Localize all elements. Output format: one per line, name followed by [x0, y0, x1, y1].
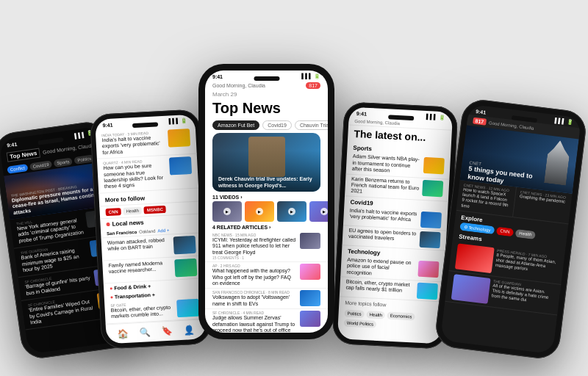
p4-covid-thumb-0: [420, 212, 442, 228]
p5-logo: 817: [473, 118, 487, 126]
p3-video-strip: ▶ ▶ ▶ ▶: [205, 201, 328, 222]
p3-video-3[interactable]: ▶: [309, 201, 328, 222]
p4-topic-politics[interactable]: Politics: [344, 309, 365, 317]
p2-local-thumb-0: [173, 236, 196, 255]
p3-hero-text: Derek Chauvin trial live updates: Early …: [212, 173, 320, 192]
p5-stream-thumb-1: [451, 274, 491, 304]
p4-topic-economics[interactable]: Economics: [387, 312, 415, 321]
p4-tech-thumb-0: [417, 260, 439, 277]
p4-sports-thumb-0: [423, 157, 445, 174]
phone-5: 9:41 ▌▌▌ 🔋 817 Good Morning, Claudia CNE…: [434, 98, 588, 361]
p3-article-1[interactable]: AP · 2 HRS AGO What happened with the au…: [205, 262, 328, 289]
p3-videos-label: 11 VIDEOS ›: [205, 192, 328, 201]
p4-covid-thumb-1: [420, 231, 441, 248]
p3-hero-person: [248, 137, 285, 177]
status-icons-3: ▌▌▌ 🔋: [301, 73, 320, 79]
p3-tab-covid[interactable]: Covid19: [262, 120, 292, 130]
p2-local-thumb-1: [174, 258, 197, 278]
p3-badge: 817: [306, 82, 320, 89]
p3-top-bar: Good Morning, Claudia 817: [205, 81, 328, 90]
p3-video-2[interactable]: ▶: [277, 201, 306, 222]
p3-art-thumb-0: [300, 233, 320, 249]
p3-vw-thumb: [300, 290, 320, 306]
p3-video-1[interactable]: ▶: [245, 201, 274, 222]
phone-3: 9:41 ▌▌▌ 🔋 Good Morning, Claudia 817 Mar…: [198, 64, 334, 339]
p2-home-icon[interactable]: 🏠: [118, 328, 129, 339]
p3-video-0[interactable]: ▶: [212, 201, 242, 222]
p2-cnn-badge[interactable]: CNN: [105, 208, 121, 216]
p4-topic-health[interactable]: Health: [366, 311, 385, 319]
p3-art-thumb-1: [300, 264, 320, 280]
p3-greeting: Good Morning, Claudia: [212, 83, 265, 88]
p2-search-icon[interactable]: 🔍: [139, 327, 151, 338]
p2-health-badge[interactable]: Health: [123, 206, 142, 214]
p3-story-zervas[interactable]: SF CHRONICLE · 4 MIN READ Judge allows S…: [205, 309, 328, 333]
p3-tab-amazon[interactable]: Amazon Fut Bet: [212, 120, 259, 130]
p2-bottom-nav: 🏠 🔍 🔖 👤: [106, 319, 207, 344]
p3-story-volkswagen[interactable]: SAN FRANCISCO CHRONICLE · 8 MIN READ Vol…: [205, 289, 328, 309]
time-5: 9:41: [476, 109, 487, 115]
status-icons-2: ▌▌▌ 🔋: [168, 118, 187, 124]
p2-thumb-1: [169, 156, 192, 176]
notch-3: [254, 76, 279, 81]
time-4: 9:41: [356, 111, 367, 117]
time-3: 9:41: [212, 74, 223, 79]
p2-thumb-0: [168, 129, 190, 148]
p2-nbc-badge[interactable]: MSNBC: [144, 206, 166, 214]
p3-hero[interactable]: Derek Chauvin trial live updates: Early …: [212, 133, 320, 192]
status-icons-4: ▌▌▌ 🔋: [426, 114, 445, 120]
p5-rocket-shape: [544, 139, 571, 185]
p3-tab-chauvin[interactable]: Chauvin Trial: [295, 120, 328, 130]
p3-date: March 29: [205, 90, 328, 98]
p4-tech-thumb-1: [417, 283, 438, 300]
p2-story-1[interactable]: QUARTZ · 4 MIN READ How can you be sure …: [97, 154, 198, 194]
time-2: 9:41: [102, 122, 112, 128]
time-1: 9:41: [7, 141, 18, 148]
p5-stream-thumb-0: [455, 243, 495, 273]
p2-profile-icon[interactable]: 👤: [183, 325, 195, 336]
p2-transport-thumb: [176, 298, 199, 317]
p1-logo: Top News: [7, 148, 41, 162]
status-icons-5: ▌▌▌ 🔋: [554, 118, 574, 126]
p4-topic-world[interactable]: World Politics: [344, 319, 377, 328]
p3-article-0[interactable]: NBC NEWS · 15 MIN AGO ICYMI: Yesterday a…: [205, 231, 328, 262]
p3-title: Top News: [205, 98, 328, 119]
p3-tabs: Amazon Fut Bet Covid19 Chauvin Trial Spo…: [205, 119, 328, 133]
p4-sports-thumb-1: [422, 179, 443, 196]
p3-articles-label: 4 RELATED ARTICLES ›: [205, 222, 328, 231]
p2-bookmark-icon[interactable]: 🔖: [161, 325, 173, 336]
p3-zervas-thumb: [300, 311, 320, 327]
phone-2: 9:41 ▌▌▌ 🔋 INDIA TODAY · 3 MIN READ Indi…: [90, 109, 212, 349]
